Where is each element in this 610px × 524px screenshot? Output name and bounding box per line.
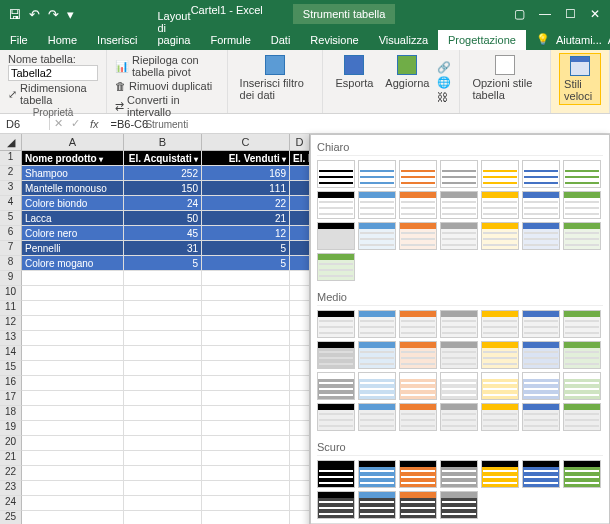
empty-cell[interactable]: [202, 511, 290, 524]
empty-cell[interactable]: [22, 376, 124, 391]
tab-inserisci[interactable]: Inserisci: [87, 30, 147, 50]
row-header[interactable]: 19: [0, 421, 22, 436]
quick-styles-button[interactable]: Stili veloci: [559, 53, 601, 105]
row-header[interactable]: 20: [0, 436, 22, 451]
table-style-swatch[interactable]: [563, 460, 601, 488]
cancel-icon[interactable]: ✕: [50, 117, 67, 130]
empty-cell[interactable]: [202, 481, 290, 496]
link-icon[interactable]: 🔗: [437, 61, 451, 74]
table-style-swatch[interactable]: [317, 253, 355, 281]
empty-cell[interactable]: [22, 391, 124, 406]
style-options-button[interactable]: Opzioni stile tabella: [468, 53, 542, 103]
empty-cell[interactable]: [22, 436, 124, 451]
table-cell[interactable]: 252: [124, 166, 202, 181]
table-header-cell[interactable]: El. D: [290, 151, 310, 166]
row-header[interactable]: 10: [0, 286, 22, 301]
empty-cell[interactable]: [202, 361, 290, 376]
undo-icon[interactable]: ↶: [29, 7, 40, 22]
table-style-swatch[interactable]: [481, 160, 519, 188]
table-style-swatch[interactable]: [440, 310, 478, 338]
empty-cell[interactable]: [124, 436, 202, 451]
table-style-swatch[interactable]: [399, 341, 437, 369]
enter-icon[interactable]: ✓: [67, 117, 84, 130]
pivot-button[interactable]: 📊Riepiloga con tabella pivot: [115, 53, 219, 79]
tell-me-label[interactable]: Aiutami...: [556, 34, 602, 46]
table-style-swatch[interactable]: [317, 341, 355, 369]
empty-cell[interactable]: [290, 436, 310, 451]
empty-cell[interactable]: [22, 331, 124, 346]
table-cell[interactable]: 169: [202, 166, 290, 181]
table-style-swatch[interactable]: [563, 222, 601, 250]
empty-cell[interactable]: [290, 271, 310, 286]
table-style-swatch[interactable]: [399, 160, 437, 188]
empty-cell[interactable]: [202, 301, 290, 316]
maximize-icon[interactable]: ☐: [565, 7, 576, 21]
tab-home[interactable]: Home: [38, 30, 87, 50]
convert-range-button[interactable]: ⇄Converti in intervallo: [115, 93, 219, 119]
empty-cell[interactable]: [202, 346, 290, 361]
row-header[interactable]: 21: [0, 451, 22, 466]
table-style-swatch[interactable]: [522, 191, 560, 219]
table-style-swatch[interactable]: [317, 403, 355, 431]
tab-visualizza[interactable]: Visualizza: [369, 30, 438, 50]
table-cell[interactable]: 50: [124, 211, 202, 226]
table-style-swatch[interactable]: [481, 191, 519, 219]
export-button[interactable]: Esporta: [331, 53, 377, 110]
redo-icon[interactable]: ↷: [48, 7, 59, 22]
table-style-swatch[interactable]: [522, 341, 560, 369]
table-cell[interactable]: Lacca: [22, 211, 124, 226]
remove-dup-button[interactable]: 🗑Rimuovi duplicati: [115, 79, 219, 93]
table-cell[interactable]: 150: [124, 181, 202, 196]
table-cell[interactable]: 45: [124, 226, 202, 241]
table-style-swatch[interactable]: [522, 460, 560, 488]
table-style-swatch[interactable]: [358, 222, 396, 250]
empty-cell[interactable]: [202, 421, 290, 436]
tab-dati[interactable]: Dati: [261, 30, 301, 50]
empty-cell[interactable]: [22, 316, 124, 331]
table-style-swatch[interactable]: [440, 460, 478, 488]
table-style-swatch[interactable]: [563, 310, 601, 338]
empty-cell[interactable]: [202, 451, 290, 466]
table-style-swatch[interactable]: [317, 191, 355, 219]
table-style-swatch[interactable]: [481, 403, 519, 431]
empty-cell[interactable]: [290, 286, 310, 301]
empty-cell[interactable]: [290, 331, 310, 346]
empty-cell[interactable]: [290, 496, 310, 511]
insert-slicer-button[interactable]: Inserisci filtro dei dati: [236, 53, 315, 103]
empty-cell[interactable]: [22, 511, 124, 524]
empty-cell[interactable]: [202, 406, 290, 421]
resize-table-button[interactable]: ⤢Ridimensiona tabella: [8, 81, 98, 107]
empty-cell[interactable]: [22, 361, 124, 376]
row-header[interactable]: 5: [0, 211, 22, 226]
empty-cell[interactable]: [124, 361, 202, 376]
table-name-input[interactable]: [8, 65, 98, 81]
row-header[interactable]: 1: [0, 151, 22, 166]
table-cell[interactable]: Pennelli: [22, 241, 124, 256]
table-cell[interactable]: Shampoo: [22, 166, 124, 181]
table-style-swatch[interactable]: [481, 222, 519, 250]
table-style-swatch[interactable]: [399, 222, 437, 250]
close-icon[interactable]: ✕: [590, 7, 600, 21]
table-style-swatch[interactable]: [563, 341, 601, 369]
table-style-swatch[interactable]: [522, 403, 560, 431]
row-header[interactable]: 2: [0, 166, 22, 181]
browser-icon[interactable]: 🌐: [437, 76, 451, 89]
col-header-d[interactable]: D: [290, 134, 310, 150]
empty-cell[interactable]: [124, 481, 202, 496]
ribbon-options-icon[interactable]: ▢: [514, 7, 525, 21]
empty-cell[interactable]: [22, 406, 124, 421]
empty-cell[interactable]: [124, 391, 202, 406]
table-cell[interactable]: 5: [124, 256, 202, 271]
empty-cell[interactable]: [202, 331, 290, 346]
table-cell[interactable]: 5: [202, 241, 290, 256]
table-cell[interactable]: [290, 226, 310, 241]
unlink-icon[interactable]: ⛓: [437, 91, 451, 103]
table-cell[interactable]: 111: [202, 181, 290, 196]
empty-cell[interactable]: [290, 511, 310, 524]
table-style-swatch[interactable]: [358, 403, 396, 431]
tab-revisione[interactable]: Revisione: [300, 30, 368, 50]
empty-cell[interactable]: [22, 481, 124, 496]
row-header[interactable]: 7: [0, 241, 22, 256]
empty-cell[interactable]: [290, 406, 310, 421]
table-cell[interactable]: 21: [202, 211, 290, 226]
